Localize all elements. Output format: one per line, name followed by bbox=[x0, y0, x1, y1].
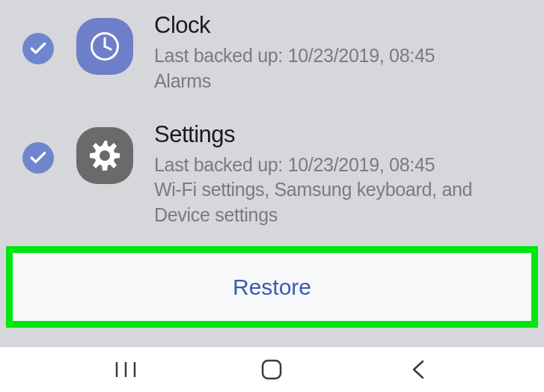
svg-point-5 bbox=[100, 150, 110, 161]
item-title: Clock bbox=[154, 12, 529, 39]
home-button[interactable] bbox=[249, 355, 294, 385]
item-title: Settings bbox=[154, 121, 529, 148]
clock-icon bbox=[76, 18, 133, 75]
list-item[interactable]: Settings Last backed up: 10/23/2019, 08:… bbox=[0, 112, 544, 246]
system-navbar bbox=[0, 347, 544, 392]
item-detail: Alarms bbox=[154, 69, 529, 94]
list-item[interactable]: Clock Last backed up: 10/23/2019, 08:45 … bbox=[0, 3, 544, 112]
restore-button[interactable]: Restore bbox=[13, 253, 531, 321]
checkmark-icon bbox=[28, 148, 48, 168]
recents-icon bbox=[114, 361, 138, 379]
back-icon bbox=[409, 359, 427, 380]
checkmark-icon bbox=[28, 39, 48, 58]
backup-items-list: Clock Last backed up: 10/23/2019, 08:45 … bbox=[0, 0, 544, 246]
checkbox-clock[interactable] bbox=[22, 33, 54, 64]
item-detail: Wi-Fi settings, Samsung keyboard, and De… bbox=[154, 177, 529, 228]
home-icon bbox=[260, 358, 283, 381]
back-button[interactable] bbox=[396, 355, 441, 385]
gear-icon bbox=[76, 127, 133, 184]
item-backup-time: Last backed up: 10/23/2019, 08:45 bbox=[154, 153, 529, 178]
svg-rect-9 bbox=[263, 361, 281, 379]
item-backup-time: Last backed up: 10/23/2019, 08:45 bbox=[154, 43, 529, 69]
checkbox-settings[interactable] bbox=[22, 142, 54, 174]
item-text: Settings Last backed up: 10/23/2019, 08:… bbox=[154, 121, 529, 228]
item-text: Clock Last backed up: 10/23/2019, 08:45 … bbox=[154, 12, 529, 94]
recents-button[interactable] bbox=[103, 355, 148, 385]
restore-highlight: Restore bbox=[6, 246, 538, 328]
